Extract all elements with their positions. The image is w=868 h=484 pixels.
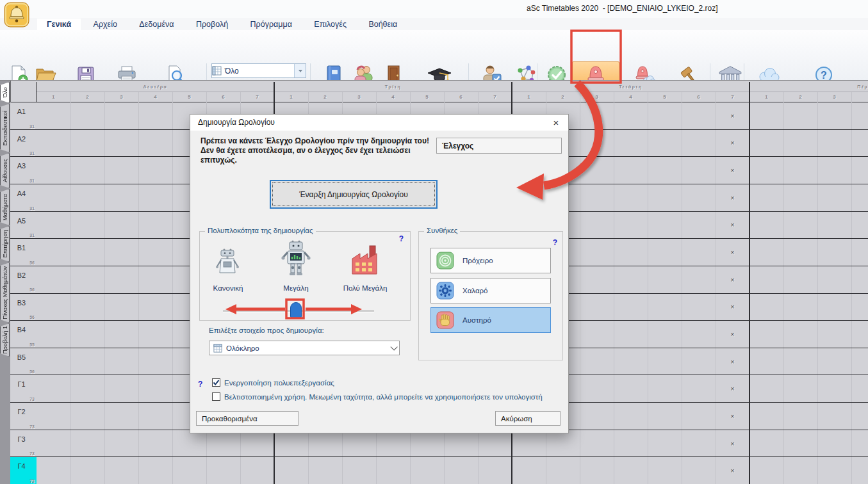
class-row-header[interactable]: A431	[10, 184, 37, 212]
complexity-option-normal[interactable]: Κανονική	[202, 284, 254, 292]
multiprocessing-checkbox-row: Ενεργοποίηση πολυεπεξεργασίας	[212, 378, 334, 387]
complexity-option-large[interactable]: Μεγάλη	[270, 284, 322, 292]
multiprocessing-help-link[interactable]: ?	[198, 380, 202, 389]
class-row-header[interactable]: A131	[10, 102, 37, 130]
class-row-header[interactable]: B256	[10, 266, 37, 294]
class-lesson-count: 31	[29, 124, 35, 129]
hand-icon	[436, 311, 454, 329]
dialog-warning-text: Πρέπει να κάνετε Έλεγχο Ωρολογίου πρίν τ…	[201, 136, 439, 165]
start-generation-button[interactable]: Έναρξη Δημιουργίας Ωρολογίου	[270, 180, 438, 209]
menu-tab-voitheia[interactable]: Βοήθεια	[359, 19, 407, 31]
optimized-checkbox-row: Βελτιστοποιημένη χρήση. Μειωμένη ταχύτητ…	[212, 392, 543, 401]
timetable-cell-x[interactable]: ×	[716, 430, 749, 458]
class-row-header[interactable]: B455	[10, 321, 37, 348]
period-header: 2	[70, 92, 104, 102]
timetable-cell-x[interactable]: ×	[716, 130, 749, 157]
table-icon	[212, 66, 222, 76]
period-header: 5	[172, 92, 206, 102]
period-header: 6	[206, 92, 240, 102]
complexity-option-very-large[interactable]: Πολύ Μεγάλη	[336, 284, 394, 292]
class-lesson-count: 73	[29, 424, 35, 429]
complexity-help-link[interactable]: ?	[399, 234, 404, 243]
class-row-header[interactable]: A231	[10, 130, 37, 157]
conditions-group-title: Συνθήκες	[424, 227, 460, 234]
timetable-cell-x[interactable]: ×	[716, 157, 749, 184]
period-header: 4	[138, 92, 172, 102]
timetable-cell-x[interactable]: ×	[716, 239, 749, 266]
class-name: Γ1	[10, 380, 33, 388]
column-line	[138, 92, 139, 484]
generation-target-dropdown[interactable]: Ολόκληρο	[209, 341, 400, 355]
target-icon	[436, 252, 454, 270]
multiprocessing-checkbox[interactable]	[212, 378, 220, 387]
period-header: 5	[648, 92, 682, 102]
check-timetable-button[interactable]: Έλεγχος	[436, 138, 562, 154]
optimized-checkbox[interactable]	[212, 392, 220, 401]
class-lesson-count: 56	[29, 261, 35, 265]
class-row-header[interactable]: A331	[10, 157, 37, 184]
robot-small-icon	[209, 243, 247, 277]
timetable-cell-x[interactable]: ×	[716, 212, 749, 239]
dialog-title-bar[interactable]: Δημιουργία Ωρολογίου ×	[190, 115, 568, 131]
cancel-button[interactable]: Ακύρωση	[495, 411, 561, 426]
timetable-cell-x[interactable]: ×	[716, 321, 749, 348]
menu-tab-epiloges[interactable]: Επιλογές	[304, 19, 356, 31]
table-icon	[213, 344, 222, 353]
window-title: aSc Timetables 2020 - [DEMO_ENIAIO_LYKEI…	[527, 4, 718, 13]
view-filter-value: Όλο	[222, 67, 294, 76]
class-row-header[interactable]: A531	[10, 212, 37, 239]
complexity-slider-thumb[interactable]	[290, 302, 302, 318]
class-row-header[interactable]: B156	[10, 239, 37, 266]
column-line	[172, 92, 173, 484]
column-line	[580, 92, 580, 484]
period-header: 2	[546, 92, 580, 102]
day-header: Δευτέρα	[37, 82, 274, 92]
column-line	[70, 92, 71, 484]
class-row-header[interactable]: B356	[10, 294, 37, 321]
menu-tab-genika[interactable]: Γενικά	[37, 19, 81, 31]
class-name: B1	[10, 244, 33, 252]
multiprocessing-label: Ενεργοποίηση πολυεπεξεργασίας	[224, 379, 334, 387]
condition-draft-button[interactable]: Πρόχειρο	[430, 248, 551, 273]
class-lesson-count: 56	[29, 287, 35, 292]
timetable-cell-x[interactable]: ×	[716, 403, 749, 430]
class-row-header[interactable]: Γ373	[10, 430, 37, 458]
timetable-cell-x[interactable]: ×	[716, 266, 749, 294]
dropdown-arrow-icon[interactable]	[294, 64, 306, 77]
timetable-cell-x[interactable]: ×	[716, 457, 749, 484]
class-row-header[interactable]: Γ173	[10, 375, 37, 403]
defaults-button[interactable]: Προκαθορισμένα	[196, 411, 299, 426]
period-header: 3	[342, 92, 376, 102]
app-bell-icon[interactable]	[4, 2, 29, 29]
class-row-header[interactable]: B556	[10, 348, 37, 376]
menu-tab-programma[interactable]: Πρόγραμμα	[241, 19, 302, 31]
class-name: Γ4	[10, 462, 33, 470]
dialog-title: Δημιουργία Ωρολογίου	[198, 118, 275, 127]
period-header: 3	[817, 92, 851, 102]
class-row-header[interactable]: Γ273	[10, 403, 37, 430]
complexity-group: Πολυπλοκότητα της δημιουργίας ?	[199, 231, 411, 321]
timetable-cell-x[interactable]: ×	[716, 294, 749, 321]
period-header: 2	[308, 92, 342, 102]
main-toolbar: Νέο Άνοιγμα Αποθήκευση	[0, 30, 868, 81]
conditions-help-link[interactable]: ?	[553, 238, 557, 247]
timetable-cell-x[interactable]: ×	[716, 348, 749, 376]
conditions-group: Συνθήκες ? Πρόχειρο	[418, 231, 563, 360]
generation-dialog: Δημιουργία Ωρολογίου × Πρέπει να κάνετε …	[190, 114, 569, 433]
class-lesson-count: 56	[29, 315, 35, 319]
condition-strict-button[interactable]: Αυστηρό	[430, 307, 551, 333]
timetable-cell-x[interactable]: ×	[716, 375, 749, 403]
period-header: 4	[376, 92, 410, 102]
condition-relaxed-button[interactable]: Χαλαρό	[430, 278, 551, 303]
timetable-cell-x[interactable]: ×	[716, 184, 749, 212]
view-filter-dropdown[interactable]: Όλο	[211, 63, 306, 78]
timetable-cell-x[interactable]: ×	[716, 102, 749, 130]
menu-tab-provoli[interactable]: Προβολή	[186, 19, 238, 31]
class-name: B4	[10, 326, 33, 334]
menu-tab-dedomena[interactable]: Δεδομένα	[129, 19, 183, 31]
svg-text:?: ?	[821, 70, 827, 81]
menu-tab-arxeio[interactable]: Αρχείο	[84, 19, 127, 31]
class-row-header[interactable]: Γ473	[10, 457, 37, 484]
column-line	[783, 92, 784, 484]
dialog-close-button[interactable]: ×	[546, 115, 566, 131]
